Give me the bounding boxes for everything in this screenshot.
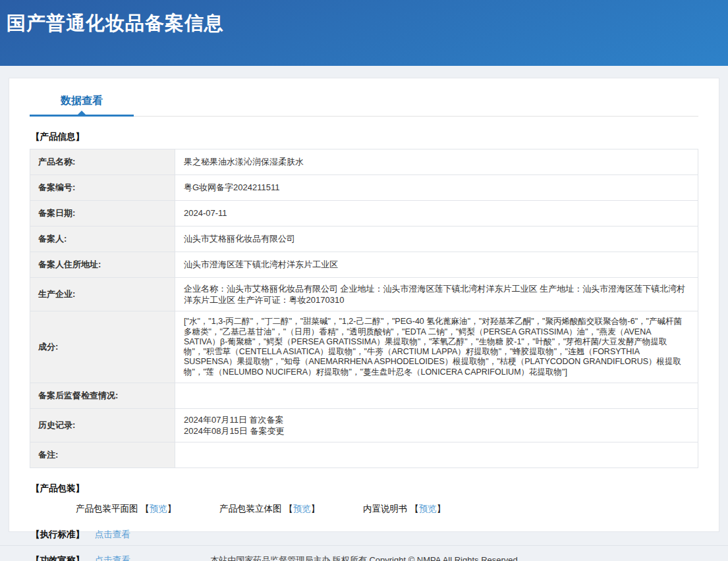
preview-link-manual[interactable]: 预览: [419, 504, 437, 514]
packaging-item-manual-label: 内置说明书: [363, 504, 408, 514]
table-row-registrant-address: 备案人住所地址: 汕头市澄海区莲下镇北湾村洋东片工业区: [30, 252, 698, 278]
field-label-registration-number: 备案编号:: [30, 175, 175, 201]
bracket-open: 【: [140, 504, 150, 514]
tab-data-view-label: 数据查看: [61, 95, 103, 106]
table-row-ingredients: 成分: ["水"，"1,3-丙二醇"，"丁二醇"，"甜菜碱"，"1,2-己二醇"…: [30, 311, 698, 383]
field-value-remarks: [175, 442, 698, 468]
table-row-history: 历史记录: 2024年07月11日 首次备案 2024年08月15日 备案变更: [30, 408, 698, 442]
field-label-registration-date: 备案日期:: [30, 201, 175, 227]
field-label-ingredients: 成分:: [30, 311, 175, 383]
bracket-close: 】: [437, 504, 446, 514]
table-row-manufacturer: 生产企业: 企业名称：汕头市艾格丽化妆品有限公司 企业地址：汕头市澄海区莲下镇北…: [30, 278, 698, 311]
product-info-table: 产品名称: 果之秘果油水漾沁润保湿柔肤水 备案编号: 粤G妆网备字2024211…: [30, 149, 698, 468]
standards-section: 【执行标准】 点击查看: [31, 529, 698, 541]
field-label-supervision: 备案后监督检查情况:: [30, 383, 175, 408]
packaging-item-3d-diagram-label: 产品包装立体图: [219, 504, 282, 514]
packaging-item-flat-diagram: 产品包装平面图 【预览】: [76, 503, 176, 515]
tab-active-indicator: [30, 115, 134, 117]
table-row-remarks: 备注:: [30, 442, 698, 468]
field-label-manufacturer: 生产企业:: [30, 278, 175, 311]
field-label-registrant-address: 备案人住所地址:: [30, 252, 175, 278]
preview-link-flat-diagram[interactable]: 预览: [150, 504, 167, 514]
bracket-open: 【: [410, 504, 419, 514]
field-label-remarks: 备注:: [30, 442, 175, 468]
field-value-registration-date: 2024-07-11: [175, 201, 698, 227]
content-card: 数据查看 【产品信息】 产品名称: 果之秘果油水漾沁润保湿柔肤水 备案编号: 粤…: [9, 78, 719, 532]
packaging-item-3d-diagram: 产品包装立体图 【预览】: [219, 503, 320, 515]
field-label-registrant: 备案人:: [30, 227, 175, 252]
claims-section-title: 【功效宣称】: [31, 555, 84, 561]
field-value-manufacturer: 企业名称：汕头市艾格丽化妆品有限公司 企业地址：汕头市澄海区莲下镇北湾村洋东片工…: [175, 278, 698, 311]
page-title: 国产普通化妆品备案信息: [0, 0, 728, 37]
field-value-supervision: [175, 383, 698, 408]
field-label-history: 历史记录:: [30, 408, 175, 442]
packaging-items: 产品包装平面图 【预览】 产品包装立体图 【预览】 内置说明书 【预览】: [76, 503, 698, 515]
standards-section-title: 【执行标准】: [31, 529, 84, 539]
page-header: 国产普通化妆品备案信息: [0, 0, 728, 66]
packaging-item-manual: 内置说明书 【预览】: [363, 503, 445, 515]
field-value-registration-number: 粤G妆网备字2024211511: [175, 175, 698, 201]
tab-bar: 数据查看: [30, 94, 698, 117]
field-label-product-name: 产品名称:: [30, 149, 175, 175]
bracket-close: 】: [167, 504, 177, 514]
table-row-registration-date: 备案日期: 2024-07-11: [30, 201, 698, 227]
table-row-supervision: 备案后监督检查情况:: [30, 383, 698, 408]
field-value-registrant: 汕头市艾格丽化妆品有限公司: [175, 227, 698, 252]
table-row-product-name: 产品名称: 果之秘果油水漾沁润保湿柔肤水: [30, 149, 698, 175]
field-value-ingredients: ["水"，"1,3-丙二醇"，"丁二醇"，"甜菜碱"，"1,2-己二醇"，"PE…: [175, 311, 698, 383]
packaging-item-flat-diagram-label: 产品包装平面图: [76, 504, 138, 514]
table-row-registrant: 备案人: 汕头市艾格丽化妆品有限公司: [30, 227, 698, 252]
preview-link-3d-diagram[interactable]: 预览: [293, 504, 311, 514]
table-row-registration-number: 备案编号: 粤G妆网备字2024211511: [30, 175, 698, 201]
claims-view-link[interactable]: 点击查看: [95, 555, 130, 561]
packaging-section-title: 【产品包装】: [31, 483, 698, 494]
field-value-registrant-address: 汕头市澄海区莲下镇北湾村洋东片工业区: [175, 252, 698, 278]
bracket-open: 【: [284, 504, 293, 514]
tab-data-view[interactable]: 数据查看: [30, 94, 134, 117]
field-value-history: 2024年07月11日 首次备案 2024年08月15日 备案变更: [175, 408, 698, 442]
field-value-product-name: 果之秘果油水漾沁润保湿柔肤水: [175, 149, 698, 175]
product-info-section-title: 【产品信息】: [31, 131, 698, 143]
copyright-text: 本站由国家药品监督管理局主办 版权所有 Copyright © NMPA All…: [210, 555, 518, 561]
bracket-close: 】: [311, 504, 320, 514]
standards-view-link[interactable]: 点击查看: [95, 529, 130, 539]
